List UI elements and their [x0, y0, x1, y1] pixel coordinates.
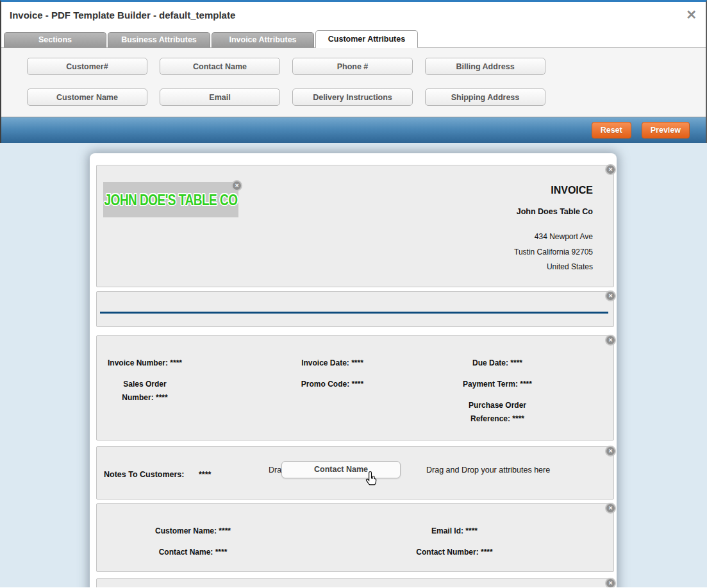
purchase-order-reference-field: Purchase Order Reference: ****	[459, 399, 536, 426]
details-column-1: Invoice Number: **** Sales Order Number:…	[107, 357, 183, 412]
attribute-shipping-address[interactable]: Shipping Address	[425, 88, 545, 106]
contact-name-field: Contact Name: ****	[122, 546, 263, 559]
sales-order-number-field: Sales Order Number: ****	[107, 378, 183, 405]
tab-customer-attributes[interactable]: Customer Attributes	[315, 30, 418, 48]
header-company-block: INVOICE John Does Table Co 434 Newport A…	[514, 185, 593, 275]
divider-line	[100, 312, 608, 314]
section-details-close-icon[interactable]: ✕	[605, 335, 616, 346]
contact-number-field: Contact Number: ****	[378, 546, 531, 559]
attribute-row-2: Customer Name Email Delivery Instruction…	[1, 75, 706, 106]
action-toolbar: Reset Preview	[1, 117, 706, 143]
tab-business-attributes[interactable]: Business Attributes	[108, 32, 210, 47]
company-address-line-2: Tustin California 92705	[514, 245, 593, 260]
attribute-customer-number[interactable]: Customer#	[27, 58, 147, 75]
attribute-delivery-instructions[interactable]: Delivery Instructions	[292, 88, 413, 106]
section-divider-close-icon[interactable]: ✕	[605, 290, 616, 301]
company-logo[interactable]: JOHN DOE'S TABLE CO ✕	[103, 182, 238, 217]
section-header[interactable]: JOHN DOE'S TABLE CO ✕ INVOICE John Does …	[96, 165, 614, 287]
payment-term-field: Payment Term: ****	[459, 378, 536, 391]
section-customer-close-icon[interactable]: ✕	[605, 503, 616, 514]
customer-name-field: Customer Name: ****	[122, 525, 263, 538]
preview-button[interactable]: Preview	[642, 122, 690, 139]
hand-cursor-icon	[364, 471, 379, 491]
details-column-2: Invoice Date: **** Promo Code: ****	[289, 357, 376, 399]
company-address-line-1: 434 Newport Ave	[514, 230, 593, 245]
dialog-title: Invoice - PDF Template Builder - default…	[10, 10, 235, 21]
template-canvas: JOHN DOE'S TABLE CO ✕ INVOICE John Does …	[0, 143, 707, 587]
company-name: John Does Table Co	[514, 207, 593, 216]
dragged-contact-name-chip[interactable]: Contact Name	[281, 461, 401, 478]
section-partial[interactable]: ✕	[96, 578, 614, 587]
tab-invoice-attributes[interactable]: Invoice Attributes	[212, 32, 314, 47]
notes-label: Notes To Customers:	[104, 470, 184, 479]
promo-code-field: Promo Code: ****	[289, 378, 376, 391]
section-invoice-details[interactable]: Invoice Number: **** Sales Order Number:…	[96, 335, 614, 441]
company-address-line-3: United States	[514, 260, 593, 275]
section-divider[interactable]: ✕	[96, 291, 614, 327]
tab-bar: Sections Business Attributes Invoice Att…	[1, 30, 706, 48]
dialog-chrome: Invoice - PDF Template Builder - default…	[0, 0, 707, 143]
details-column-3: Due Date: **** Payment Term: **** Purcha…	[459, 357, 536, 433]
section-notes-close-icon[interactable]: ✕	[605, 446, 616, 457]
section-customer[interactable]: Customer Name: **** Contact Name: **** E…	[96, 503, 614, 572]
invoice-number-field: Invoice Number: ****	[107, 357, 183, 370]
drop-hint-clipped: Dra	[269, 466, 281, 475]
attribute-billing-address[interactable]: Billing Address	[425, 58, 545, 75]
customer-column-1: Customer Name: **** Contact Name: ****	[122, 525, 263, 567]
due-date-field: Due Date: ****	[459, 357, 536, 370]
section-partial-close-icon[interactable]: ✕	[605, 578, 616, 587]
customer-column-2: Email Id: **** Contact Number: ****	[378, 525, 531, 567]
logo-remove-icon[interactable]: ✕	[231, 180, 242, 191]
attribute-customer-name[interactable]: Customer Name	[27, 88, 147, 106]
dialog-close-icon[interactable]: ✕	[686, 8, 697, 21]
email-id-field: Email Id: ****	[378, 525, 531, 538]
invoice-template-paper: JOHN DOE'S TABLE CO ✕ INVOICE John Does …	[90, 153, 617, 587]
title-bar: Invoice - PDF Template Builder - default…	[1, 2, 706, 30]
invoice-date-field: Invoice Date: ****	[289, 357, 376, 370]
company-logo-text: JOHN DOE'S TABLE CO	[104, 191, 238, 209]
notes-value: ****	[199, 470, 211, 479]
section-notes[interactable]: Notes To Customers: **** Dra Contact Nam…	[96, 446, 614, 500]
reset-button[interactable]: Reset	[592, 122, 631, 139]
attribute-row-1: Customer# Contact Name Phone # Billing A…	[1, 48, 706, 75]
attribute-palette: Customer# Contact Name Phone # Billing A…	[1, 48, 706, 117]
attribute-phone[interactable]: Phone #	[292, 58, 413, 75]
document-title: INVOICE	[514, 185, 593, 196]
section-header-close-icon[interactable]: ✕	[605, 164, 616, 175]
drop-hint-text: Drag and Drop your attributes here	[426, 466, 550, 475]
attribute-contact-name[interactable]: Contact Name	[160, 58, 280, 75]
attribute-email[interactable]: Email	[160, 88, 280, 106]
tab-sections[interactable]: Sections	[4, 32, 106, 47]
